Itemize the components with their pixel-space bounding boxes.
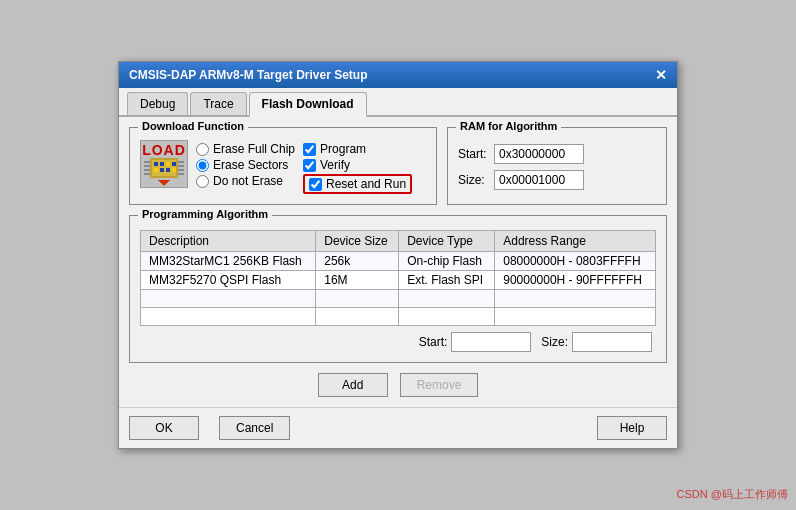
svg-rect-9 (178, 173, 184, 175)
svg-rect-10 (154, 162, 158, 166)
do-not-erase-radio[interactable]: Do not Erase (196, 174, 295, 188)
svg-rect-15 (160, 168, 164, 172)
tab-trace[interactable]: Trace (190, 92, 246, 115)
svg-rect-2 (144, 161, 150, 163)
chip-icon (144, 158, 184, 186)
empty-row (141, 308, 656, 326)
row1-device-size: 256k (316, 252, 399, 271)
radio-group: Erase Full Chip Erase Sectors Do not Era… (196, 142, 295, 194)
erase-full-chip-label: Erase Full Chip (213, 142, 295, 156)
row1-description: MM32StarMC1 256KB Flash (141, 252, 316, 271)
title-bar: CMSIS-DAP ARMv8-M Target Driver Setup ✕ (119, 62, 677, 88)
main-dialog: CMSIS-DAP ARMv8-M Target Driver Setup ✕ … (118, 61, 678, 449)
ram-start-row: Start: (458, 144, 656, 164)
reset-run-input[interactable] (309, 178, 322, 191)
verify-checkbox[interactable]: Verify (303, 158, 412, 172)
ram-algorithm-label: RAM for Algorithm (456, 120, 561, 132)
size-field-row: Size: (541, 332, 652, 352)
svg-rect-4 (144, 169, 150, 171)
download-function-label: Download Function (138, 120, 248, 132)
reset-run-label: Reset and Run (326, 177, 406, 191)
program-input[interactable] (303, 143, 316, 156)
cancel-button[interactable]: Cancel (219, 416, 290, 440)
ram-size-input[interactable] (494, 170, 584, 190)
erase-full-chip-input[interactable] (196, 143, 209, 156)
svg-rect-8 (178, 169, 184, 171)
svg-rect-11 (160, 162, 164, 166)
row2-description: MM32F5270 QSPI Flash (141, 271, 316, 290)
svg-rect-3 (144, 165, 150, 167)
close-button[interactable]: ✕ (655, 68, 667, 82)
checkbox-group: Program Verify Reset and Run (303, 142, 412, 194)
programming-algorithm-label: Programming Algorithm (138, 208, 272, 220)
start-field-input[interactable] (451, 332, 531, 352)
col-description: Description (141, 231, 316, 252)
svg-marker-18 (158, 180, 170, 186)
tab-content: Download Function LOAD (119, 117, 677, 407)
svg-rect-7 (178, 165, 184, 167)
size-field-label: Size: (541, 335, 568, 349)
load-text: LOAD (142, 142, 186, 158)
verify-label: Verify (320, 158, 350, 172)
tab-debug[interactable]: Debug (127, 92, 188, 115)
add-button[interactable]: Add (318, 373, 388, 397)
add-remove-row: Add Remove (129, 373, 667, 397)
svg-rect-17 (172, 168, 176, 172)
table-row[interactable]: MM32F5270 QSPI Flash 16M Ext. Flash SPI … (141, 271, 656, 290)
load-icon: LOAD (140, 140, 188, 188)
ram-size-label: Size: (458, 173, 488, 187)
tab-bar: Debug Trace Flash Download (119, 88, 677, 117)
svg-rect-6 (178, 161, 184, 163)
col-device-size: Device Size (316, 231, 399, 252)
col-address-range: Address Range (495, 231, 656, 252)
tab-flash-download[interactable]: Flash Download (249, 92, 367, 117)
programming-algorithm-group: Programming Algorithm Description Device… (129, 215, 667, 363)
table-row[interactable]: MM32StarMC1 256KB Flash 256k On-chip Fla… (141, 252, 656, 271)
ram-fields: Start: Size: (458, 144, 656, 190)
erase-sectors-input[interactable] (196, 159, 209, 172)
start-field-label: Start: (419, 335, 448, 349)
do-not-erase-input[interactable] (196, 175, 209, 188)
empty-row (141, 290, 656, 308)
top-section: Download Function LOAD (129, 127, 667, 215)
start-field-row: Start: (419, 332, 532, 352)
reset-run-checkbox[interactable]: Reset and Run (309, 177, 406, 191)
bottom-fields: Start: Size: (140, 332, 656, 352)
row2-address-range: 90000000H - 90FFFFFFH (495, 271, 656, 290)
reset-run-box: Reset and Run (303, 174, 412, 194)
program-checkbox[interactable]: Program (303, 142, 412, 156)
size-field-input[interactable] (572, 332, 652, 352)
erase-sectors-label: Erase Sectors (213, 158, 288, 172)
remove-button[interactable]: Remove (400, 373, 479, 397)
svg-rect-5 (144, 173, 150, 175)
df-inner: LOAD (140, 140, 426, 194)
row2-device-size: 16M (316, 271, 399, 290)
algorithm-table: Description Device Size Device Type Addr… (140, 230, 656, 326)
help-button[interactable]: Help (597, 416, 667, 440)
watermark: CSDN @码上工作师傅 (677, 487, 788, 502)
footer: OK Cancel Help (119, 407, 677, 448)
col-device-type: Device Type (399, 231, 495, 252)
erase-full-chip-radio[interactable]: Erase Full Chip (196, 142, 295, 156)
ram-size-row: Size: (458, 170, 656, 190)
ram-start-input[interactable] (494, 144, 584, 164)
dialog-title: CMSIS-DAP ARMv8-M Target Driver Setup (129, 68, 367, 82)
row2-device-type: Ext. Flash SPI (399, 271, 495, 290)
svg-rect-12 (166, 162, 170, 166)
download-function-group: Download Function LOAD (129, 127, 437, 205)
row1-address-range: 08000000H - 0803FFFFH (495, 252, 656, 271)
do-not-erase-label: Do not Erase (213, 174, 283, 188)
row1-device-type: On-chip Flash (399, 252, 495, 271)
verify-input[interactable] (303, 159, 316, 172)
svg-rect-14 (154, 168, 158, 172)
svg-rect-13 (172, 162, 176, 166)
svg-rect-16 (166, 168, 170, 172)
program-label: Program (320, 142, 366, 156)
ok-button[interactable]: OK (129, 416, 199, 440)
ram-algorithm-group: RAM for Algorithm Start: Size: (447, 127, 667, 205)
ram-start-label: Start: (458, 147, 488, 161)
erase-sectors-radio[interactable]: Erase Sectors (196, 158, 295, 172)
